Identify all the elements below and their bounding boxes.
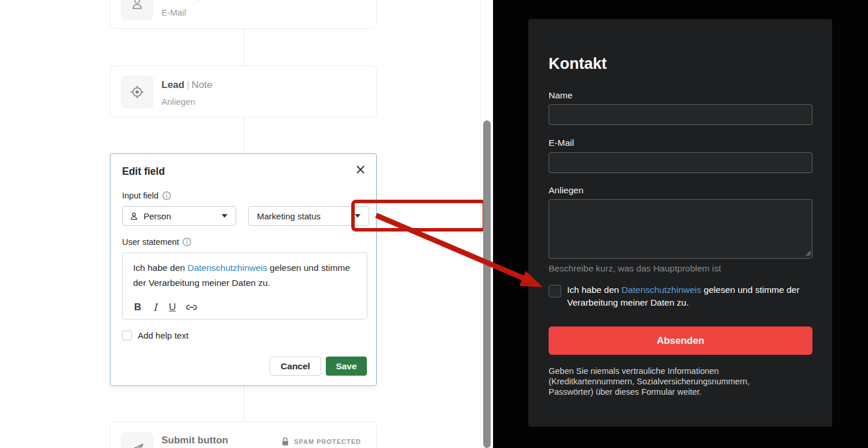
preview-pane: Kontakt Name E-Mail Anliegen Beschreibe … bbox=[493, 0, 868, 448]
bold-button[interactable]: B bbox=[133, 302, 142, 313]
consent-text: Ich habe den Datenschutzhinweis gelesen … bbox=[567, 284, 810, 309]
field-card-title: Lead|Note bbox=[161, 79, 212, 91]
chevron-down-icon bbox=[355, 214, 361, 218]
input-field-label: Input field bbox=[122, 191, 171, 200]
person-icon bbox=[130, 212, 138, 221]
datenschutz-link[interactable]: Datenschutzhinweis bbox=[187, 263, 267, 273]
form-title: Kontakt bbox=[549, 55, 607, 73]
form-builder-canvas: Person|Email E-Mail Lead|Note Anliegen E… bbox=[0, 0, 493, 448]
link-icon[interactable] bbox=[185, 302, 198, 313]
field-card-lead-note[interactable]: Lead|Note Anliegen bbox=[110, 65, 377, 117]
note-textarea[interactable] bbox=[549, 199, 812, 259]
entity-dropdown-value: Person bbox=[144, 211, 171, 221]
red-highlight-rectangle bbox=[351, 200, 486, 232]
app-root: { "builder": { "email_card": { "title_bo… bbox=[0, 0, 868, 448]
paper-plane-icon bbox=[121, 432, 153, 448]
disclaimer-text: Geben Sie niemals vertrauliche Informati… bbox=[549, 366, 774, 397]
field-card-title: Submit button bbox=[161, 435, 228, 446]
datenschutz-link-preview[interactable]: Datenschutzhinweis bbox=[621, 285, 701, 295]
spam-protected-badge: SPAM PROTECTED bbox=[281, 437, 361, 446]
target-icon bbox=[121, 76, 153, 108]
close-icon[interactable] bbox=[354, 163, 367, 176]
field-card-subtitle: E-Mail bbox=[161, 8, 186, 17]
canvas-edge-divider bbox=[480, 0, 481, 448]
connector-line bbox=[244, 29, 244, 65]
info-icon[interactable] bbox=[162, 191, 171, 200]
richtext-toolbar: B I U bbox=[133, 302, 198, 313]
cancel-button[interactable]: Cancel bbox=[270, 357, 321, 376]
add-help-text-row: Add help text bbox=[122, 331, 189, 340]
connector-line bbox=[244, 117, 244, 153]
field-dropdown-value: Marketing status bbox=[257, 211, 321, 221]
user-statement-editor[interactable]: Ich habe den Datenschutzhinweis gelesen … bbox=[122, 252, 367, 320]
add-help-text-label: Add help text bbox=[138, 331, 189, 340]
field-dropdown[interactable]: Marketing status bbox=[248, 206, 369, 226]
name-input[interactable] bbox=[549, 104, 812, 125]
user-statement-label: User statement bbox=[122, 237, 192, 247]
add-help-text-checkbox[interactable] bbox=[122, 331, 132, 340]
dialog-title: Edit field bbox=[122, 166, 165, 178]
email-input[interactable] bbox=[549, 152, 812, 173]
field-card-subtitle: Anliegen bbox=[161, 97, 195, 107]
info-icon[interactable] bbox=[182, 237, 192, 247]
note-label: Anliegen bbox=[549, 185, 583, 196]
save-button[interactable]: Save bbox=[326, 357, 367, 376]
connector-line bbox=[244, 386, 244, 421]
submit-button[interactable]: Absenden bbox=[549, 326, 812, 355]
scrollbar-thumb[interactable] bbox=[483, 120, 491, 448]
underline-button[interactable]: U bbox=[168, 302, 177, 313]
edit-field-dialog: Edit field Input field Person Marketing … bbox=[110, 153, 377, 386]
email-label: E-Mail bbox=[549, 138, 574, 148]
name-label: Name bbox=[549, 90, 572, 101]
field-card-submit[interactable]: Submit button SPAM PROTECTED bbox=[110, 421, 377, 448]
person-icon bbox=[121, 0, 153, 20]
lock-icon bbox=[281, 437, 289, 446]
form-preview-card: Kontakt Name E-Mail Anliegen Beschreibe … bbox=[528, 19, 832, 427]
statement-text: Ich habe den Datenschutzhinweis gelesen … bbox=[133, 260, 359, 291]
field-card-title: Person|Email bbox=[161, 0, 227, 2]
italic-button[interactable]: I bbox=[150, 302, 160, 313]
field-card-person-email[interactable]: Person|Email E-Mail bbox=[110, 0, 377, 29]
note-helper-text: Beschreibe kurz, was das Hauptproblem is… bbox=[549, 263, 721, 274]
entity-dropdown[interactable]: Person bbox=[122, 206, 236, 226]
chevron-down-icon bbox=[222, 214, 227, 218]
spam-protected-label: SPAM PROTECTED bbox=[294, 438, 361, 445]
consent-checkbox[interactable] bbox=[549, 285, 561, 298]
